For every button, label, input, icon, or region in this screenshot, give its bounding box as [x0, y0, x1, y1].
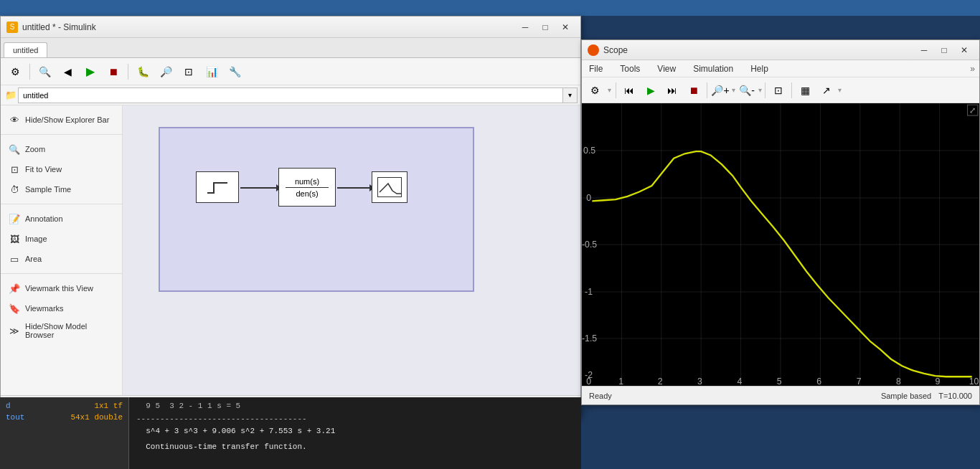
toolbar-more2-button[interactable]: 🔧	[225, 62, 245, 82]
sidebar-label-zoom: Zoom	[25, 145, 45, 153]
simulink-restore-button[interactable]: □	[536, 20, 555, 34]
scope-toolbar-stop-button[interactable]: ⏹	[684, 80, 704, 100]
scope-menu-file[interactable]: File	[586, 64, 606, 74]
scope-toolbar-cursor-button[interactable]: ↗	[816, 80, 837, 100]
address-input[interactable]: untitled	[18, 87, 563, 103]
scope-toolbar-fit-button[interactable]: ⊡	[768, 80, 788, 100]
tf-denominator: den(s)	[296, 189, 318, 198]
sidebar-item-sample-time[interactable]: ⏱ Sample Time	[1, 179, 122, 199]
scope-statusbar: Ready Sample based T=10.000	[582, 386, 979, 404]
scope-menu-view[interactable]: View	[654, 64, 679, 74]
sample-time-icon: ⏱	[8, 183, 21, 196]
scope-display	[377, 177, 402, 197]
address-dropdown-button[interactable]: ▾	[563, 87, 578, 103]
scope-toolbar-divider-1	[616, 82, 616, 98]
arrow-1	[240, 187, 278, 189]
scope-window-controls: ─ □ ✕	[915, 43, 974, 57]
sidebar-label-area: Area	[25, 255, 42, 263]
sidebar-item-hide-show-model-browser[interactable]: ≫ Hide/Show Model Browser	[1, 318, 122, 343]
simulink-main: 👁 Hide/Show Explorer Bar 🔍 Zoom ⊡ Fit to…	[1, 105, 580, 395]
scope-toolbar-zoom-in-button[interactable]: 🔎+	[710, 80, 730, 100]
svg-text:3: 3	[697, 376, 702, 386]
sidebar-label-viewmarks: Viewmarks	[25, 304, 64, 313]
svg-text:-1: -1	[585, 287, 593, 297]
simulink-addressbar: 📁 untitled ▾	[1, 85, 580, 105]
scope-toolbar: ⚙ ▾ ⏮ ▶ ⏭ ⏹ 🔎+ ▾ 🔍- ▾ ⊡ ▦ ↗ ▾	[582, 77, 979, 103]
block-scope[interactable]	[372, 171, 407, 203]
simulink-tab-untitled[interactable]: untitled	[4, 42, 47, 57]
svg-text:-0.5: -0.5	[582, 240, 597, 250]
scope-titlebar: Scope ─ □ ✕	[582, 40, 979, 60]
var-type-tout: 54x1 double	[70, 413, 123, 422]
svg-text:0.5: 0.5	[583, 146, 595, 156]
scope-toolbar-step-button[interactable]: ⏭	[662, 80, 682, 100]
sidebar-label-sample-time: Sample Time	[25, 185, 71, 194]
sidebar-item-viewmarks[interactable]: 🔖 Viewmarks	[1, 298, 122, 318]
svg-text:1: 1	[618, 376, 623, 386]
annotation-icon: 📝	[8, 212, 21, 225]
image-icon: 🖼	[8, 232, 21, 245]
scope-menu-tools[interactable]: Tools	[617, 64, 643, 74]
sidebar-item-viewmark-this-view[interactable]: 📌 Viewmark this View	[1, 278, 122, 298]
sidebar-item-area[interactable]: ▭ Area	[1, 249, 122, 269]
sidebar-label-fit-to-view: Fit to View	[25, 165, 62, 174]
simulink-toolbar: ⚙ 🔍 ◀ ▶ ⏹ 🐛 🔎 ⊡ 📊 🔧	[1, 58, 580, 85]
svg-text:8: 8	[896, 376, 901, 386]
block-step[interactable]	[196, 171, 239, 203]
address-folder-icon: 📁	[4, 87, 18, 103]
scope-toolbar-rewind-button[interactable]: ⏮	[619, 80, 639, 100]
zoom-icon: 🔍	[8, 143, 21, 156]
simulink-window: S untitled * - Simulink ─ □ ✕ untitled ⚙…	[0, 16, 581, 417]
sidebar-item-fit-to-view[interactable]: ⊡ Fit to View	[1, 159, 122, 179]
scope-menubar: File Tools View Simulation Help »	[582, 60, 979, 77]
taskbar-top	[0, 0, 980, 16]
output-line-ctf: Continuous-time transfer function.	[136, 441, 574, 454]
workspace-panel: d 1x1 tf tout 54x1 double	[0, 397, 129, 469]
scope-toolbar-divider-4	[791, 82, 792, 98]
scope-menu-expand-icon: »	[970, 64, 975, 74]
output-line-separator: ------------------------------------	[136, 413, 574, 426]
scope-toolbar-layout-button[interactable]: ▦	[795, 80, 815, 100]
simulink-icon: S	[6, 22, 18, 33]
toolbar-stop-button[interactable]: ⏹	[103, 62, 123, 82]
simulink-canvas[interactable]: num(s) den(s)	[123, 105, 580, 395]
sidebar-item-image[interactable]: 🖼 Image	[1, 229, 122, 249]
scope-toolbar-zoom-out-button[interactable]: 🔍-	[737, 80, 757, 100]
toolbar-find-button[interactable]: 🔍	[34, 62, 55, 82]
toolbar-fitview-button[interactable]: ⊡	[179, 62, 199, 82]
scope-toolbar-settings-button[interactable]: ⚙	[585, 80, 605, 100]
viewmarks-icon: 🔖	[8, 302, 21, 315]
simulink-tab-bar: untitled	[1, 38, 580, 58]
scope-restore-button[interactable]: □	[935, 43, 953, 57]
viewmark-icon: 📌	[8, 282, 21, 295]
toolbar-zoom-button[interactable]: 🔎	[156, 62, 176, 82]
scope-close-button[interactable]: ✕	[955, 43, 974, 57]
scope-toolbar-run-button[interactable]: ▶	[641, 80, 661, 100]
simulink-close-button[interactable]: ✕	[556, 20, 575, 34]
scope-minimize-button[interactable]: ─	[915, 43, 933, 57]
block-transfer-function[interactable]: num(s) den(s)	[278, 168, 336, 207]
sidebar-item-zoom[interactable]: 🔍 Zoom	[1, 139, 122, 159]
var-name-d: d	[6, 402, 11, 410]
simulink-window-controls: ─ □ ✕	[516, 20, 575, 34]
scope-menu-simulation[interactable]: Simulation	[690, 64, 736, 74]
simulink-sidebar: 👁 Hide/Show Explorer Bar 🔍 Zoom ⊡ Fit to…	[1, 105, 123, 395]
svg-text:7: 7	[857, 376, 862, 386]
simulink-minimize-button[interactable]: ─	[516, 20, 534, 34]
sidebar-label-image: Image	[25, 234, 47, 243]
sidebar-divider-1	[1, 134, 122, 135]
toolbar-debug-button[interactable]: 🐛	[133, 62, 153, 82]
toolbar-more1-button[interactable]: 📊	[202, 62, 222, 82]
toolbar-stepback-button[interactable]: ◀	[57, 62, 77, 82]
toolbar-run-button[interactable]: ▶	[80, 62, 100, 82]
svg-text:⤢: ⤢	[969, 106, 976, 115]
sidebar-item-annotation[interactable]: 📝 Annotation	[1, 209, 122, 229]
scope-menu-help[interactable]: Help	[748, 64, 771, 74]
svg-text:0: 0	[586, 193, 591, 203]
model-browser-icon: ≫	[8, 324, 21, 337]
sidebar-item-hide-show-explorer[interactable]: 👁 Hide/Show Explorer Bar	[1, 110, 122, 130]
toolbar-settings-button[interactable]: ⚙	[5, 62, 25, 82]
svg-text:-1.5: -1.5	[582, 333, 597, 344]
toolbar-divider-2	[128, 64, 128, 80]
svg-text:5: 5	[777, 376, 782, 386]
